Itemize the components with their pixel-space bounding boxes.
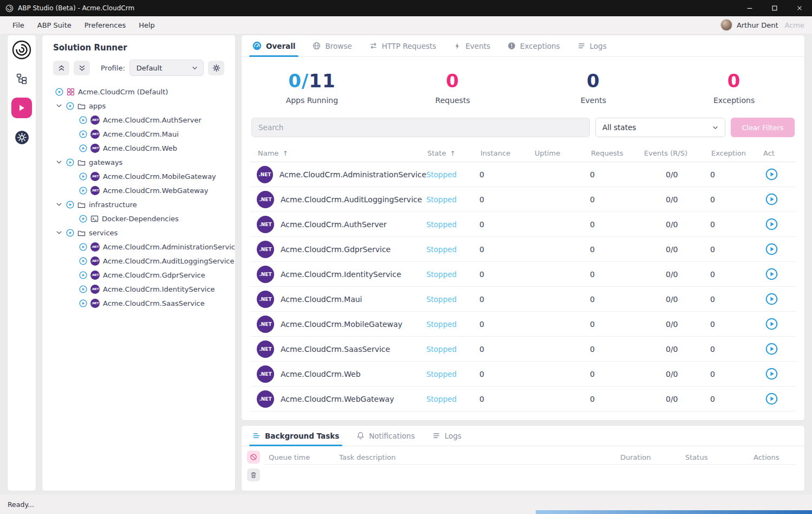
play-circle-icon[interactable] xyxy=(79,116,87,124)
column-header-requests[interactable]: Requests xyxy=(590,149,643,157)
tab-logs[interactable]: Logs xyxy=(573,35,611,56)
clear-filters-button[interactable]: Clear Filters xyxy=(731,118,795,137)
play-circle-icon[interactable] xyxy=(66,229,74,237)
tree-group-services[interactable]: services xyxy=(42,226,235,240)
column-header-name[interactable]: Name ↑ xyxy=(250,149,426,157)
menu-abp-suite[interactable]: ABP Suite xyxy=(31,19,77,31)
menu-file[interactable]: File xyxy=(7,19,30,31)
tree-root-acme-cloudcrm-default[interactable]: Acme.CloudCrm (Default) xyxy=(42,85,235,99)
start-app-button[interactable] xyxy=(765,243,778,255)
play-circle-icon[interactable] xyxy=(79,285,87,293)
chevron-down-icon[interactable] xyxy=(55,201,63,208)
tree-item-acme-cloudcrm-authserver[interactable]: .NETAcme.CloudCrm.AuthServer xyxy=(42,113,235,127)
play-circle-icon[interactable] xyxy=(66,158,74,166)
chevron-down-icon[interactable] xyxy=(55,102,63,109)
column-header-state[interactable]: State ↑ xyxy=(426,149,479,157)
play-circle-icon[interactable] xyxy=(55,88,63,96)
tree-item-docker-dependencies[interactable]: Docker-Dependencies xyxy=(42,211,235,226)
settings-gear-icon[interactable] xyxy=(14,129,30,145)
table-row-acme-cloudcrm-administrationservice[interactable]: .NETAcme.CloudCrm.AdministrationServiceS… xyxy=(250,162,796,187)
column-header-events-r-s[interactable]: Events (R/S) xyxy=(643,149,710,157)
stat-apps-running: 0/11Apps Running xyxy=(242,70,382,105)
tab-overall[interactable]: Overall xyxy=(248,35,300,56)
expand-all-button[interactable] xyxy=(74,61,90,75)
app-name: Acme.CloudCrm.SaasService xyxy=(281,345,390,354)
tab-http-requests[interactable]: HTTP Requests xyxy=(365,35,441,56)
bottom-tab-logs[interactable]: Logs xyxy=(428,426,466,446)
app-exceptions: 0 xyxy=(710,295,762,304)
bottom-tab-notifications[interactable]: Notifications xyxy=(352,426,419,446)
column-header-exception[interactable]: Exception xyxy=(710,149,762,157)
app-exceptions: 0 xyxy=(710,195,762,204)
abp-logo-icon[interactable] xyxy=(12,40,31,60)
minimize-button[interactable] xyxy=(737,0,762,16)
tree-item-acme-cloudcrm-mobilegateway[interactable]: .NETAcme.CloudCrm.MobileGateway xyxy=(42,169,235,183)
start-app-button[interactable] xyxy=(765,393,778,405)
tree-item-acme-cloudcrm-auditloggingservice[interactable]: .NETAcme.CloudCrm.AuditLoggingService xyxy=(42,254,235,268)
clear-tasks-button[interactable] xyxy=(247,468,260,481)
play-circle-icon[interactable] xyxy=(66,201,74,209)
play-circle-icon[interactable] xyxy=(79,243,87,251)
table-row-acme-cloudcrm-auditloggingservice[interactable]: .NETAcme.CloudCrm.AuditLoggingServiceSto… xyxy=(250,187,796,212)
play-circle-icon[interactable] xyxy=(79,187,87,195)
close-button[interactable] xyxy=(787,0,812,16)
chevron-down-icon[interactable] xyxy=(55,229,63,236)
cancel-tasks-button[interactable] xyxy=(247,451,260,464)
solution-runner-icon[interactable] xyxy=(11,98,32,118)
collapse-all-button[interactable] xyxy=(53,61,69,75)
column-header-uptime[interactable]: Uptime xyxy=(534,149,590,157)
table-row-acme-cloudcrm-gdprservice[interactable]: .NETAcme.CloudCrm.GdprServiceStopped000/… xyxy=(250,237,796,262)
tree-item-acme-cloudcrm-webgateway[interactable]: .NETAcme.CloudCrm.WebGateway xyxy=(42,183,235,197)
tree-group-gateways[interactable]: gateways xyxy=(42,155,235,169)
tree-group-apps[interactable]: apps xyxy=(42,99,235,113)
bottom-tab-background-tasks[interactable]: Background Tasks xyxy=(248,426,343,446)
table-row-acme-cloudcrm-webgateway[interactable]: .NETAcme.CloudCrm.WebGatewayStopped000/0… xyxy=(250,387,796,412)
user-name[interactable]: Arthur Dent xyxy=(737,21,778,29)
tree-item-acme-cloudcrm-saasservice[interactable]: .NETAcme.CloudCrm.SaasService xyxy=(42,296,235,310)
bottom-body: Queue timeTask descriptionDurationStatus… xyxy=(242,446,804,491)
tree-item-acme-cloudcrm-web[interactable]: .NETAcme.CloudCrm.Web xyxy=(42,141,235,155)
start-app-button[interactable] xyxy=(765,268,778,280)
tab-exceptions[interactable]: Exceptions xyxy=(503,35,564,56)
tree-item-acme-cloudcrm-maui[interactable]: .NETAcme.CloudCrm.Maui xyxy=(42,127,235,141)
play-circle-icon[interactable] xyxy=(79,144,87,152)
play-circle-icon[interactable] xyxy=(79,172,87,181)
start-app-button[interactable] xyxy=(765,318,778,330)
tab-events[interactable]: Events xyxy=(449,35,495,56)
start-app-button[interactable] xyxy=(765,218,778,230)
menu-help[interactable]: Help xyxy=(133,19,161,31)
play-circle-icon[interactable] xyxy=(79,215,87,223)
search-input[interactable] xyxy=(251,118,590,137)
table-row-acme-cloudcrm-saasservice[interactable]: .NETAcme.CloudCrm.SaasServiceStopped000/… xyxy=(250,337,796,362)
avatar[interactable] xyxy=(720,19,732,31)
play-circle-icon[interactable] xyxy=(66,102,74,110)
play-circle-icon[interactable] xyxy=(79,257,87,265)
solution-explorer-icon[interactable] xyxy=(14,70,30,87)
start-app-button[interactable] xyxy=(765,193,778,205)
table-row-acme-cloudcrm-mobilegateway[interactable]: .NETAcme.CloudCrm.MobileGatewayStopped00… xyxy=(250,312,796,337)
menu-preferences[interactable]: Preferences xyxy=(79,19,132,31)
table-row-acme-cloudcrm-maui[interactable]: .NETAcme.CloudCrm.MauiStopped000/00 xyxy=(250,287,796,312)
table-row-acme-cloudcrm-identityservice[interactable]: .NETAcme.CloudCrm.IdentityServiceStopped… xyxy=(250,262,796,287)
profile-select[interactable]: Default xyxy=(129,60,204,76)
column-header-act[interactable]: Act xyxy=(762,149,796,157)
start-app-button[interactable] xyxy=(765,168,778,181)
tree-group-infrastructure[interactable]: infrastructure xyxy=(42,197,235,211)
table-row-acme-cloudcrm-web[interactable]: .NETAcme.CloudCrm.WebStopped000/00 xyxy=(250,362,796,387)
state-filter-select[interactable]: All states xyxy=(595,118,725,137)
table-row-acme-cloudcrm-authserver[interactable]: .NETAcme.CloudCrm.AuthServerStopped000/0… xyxy=(250,212,796,237)
tree-item-acme-cloudcrm-gdprservice[interactable]: .NETAcme.CloudCrm.GdprService xyxy=(42,268,235,282)
column-header-instance[interactable]: Instance xyxy=(479,149,534,157)
play-circle-icon[interactable] xyxy=(79,299,87,307)
play-circle-icon[interactable] xyxy=(79,130,87,138)
maximize-button[interactable] xyxy=(762,0,787,16)
start-app-button[interactable] xyxy=(765,293,778,305)
start-app-button[interactable] xyxy=(765,368,778,380)
runner-settings-button[interactable] xyxy=(208,61,224,75)
tree-item-acme-cloudcrm-identityservice[interactable]: .NETAcme.CloudCrm.IdentityService xyxy=(42,282,235,296)
start-app-button[interactable] xyxy=(765,343,778,355)
play-circle-icon[interactable] xyxy=(79,271,87,279)
tab-browse[interactable]: Browse xyxy=(308,35,356,56)
chevron-down-icon[interactable] xyxy=(55,159,63,165)
tree-item-acme-cloudcrm-administrationservice[interactable]: .NETAcme.CloudCrm.AdministrationService xyxy=(42,240,235,254)
